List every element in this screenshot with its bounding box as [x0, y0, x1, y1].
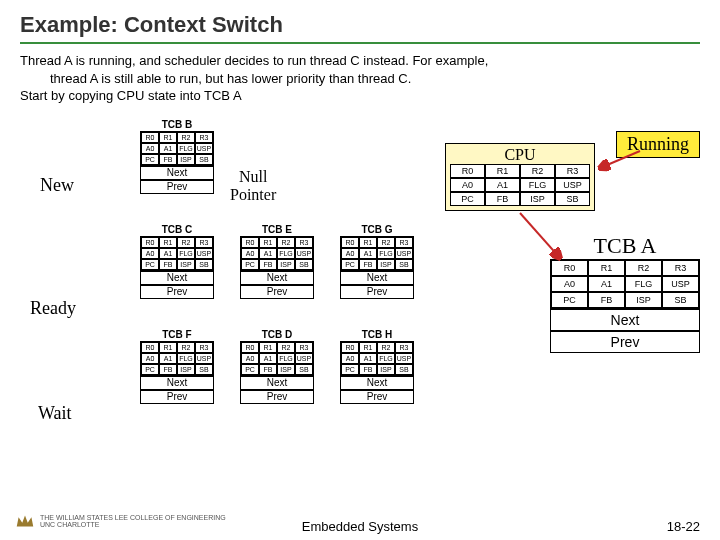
reg-grid: R0R1R2R3 A0A1FLGUSP PCFBISPSB — [140, 236, 214, 271]
page-title: Example: Context Switch — [0, 0, 720, 42]
tcb-h: TCB H R0R1R2R3 A0A1FLGUSP PCFBISPSB Next… — [340, 328, 414, 404]
diagram-canvas: New Ready Wait TCB B R0R1R2R3 A0A1FLGUSP… — [0, 113, 720, 483]
logo-line: UNC CHARLOTTE — [40, 521, 226, 528]
prev-ptr: Prev — [140, 285, 214, 299]
tcb-title: TCB E — [240, 223, 314, 236]
tcba-next: Next — [550, 309, 700, 331]
prev-ptr: Prev — [240, 285, 314, 299]
reg-grid: R0R1R2R3 A0A1FLGUSP PCFBISPSB — [240, 236, 314, 271]
desc-line: Start by copying CPU state into TCB A — [20, 87, 700, 105]
reg-grid: R0R1R2R3 A0A1FLGUSP PCFBISPSB — [140, 131, 214, 166]
tcb-title: TCB F — [140, 328, 214, 341]
next-ptr: Next — [340, 271, 414, 285]
tcba-registers: R0R1R2R3 A0A1FLGUSP PCFBISPSB — [550, 259, 700, 309]
tcb-f: TCB F R0R1R2R3 A0A1FLGUSP PCFBISPSB Next… — [140, 328, 214, 404]
tcb-b: TCB B R0R1R2R3 A0A1FLGUSP PCFBISPSB Next… — [140, 118, 214, 194]
title-underline — [20, 42, 700, 44]
reg-grid: R0R1R2R3 A0A1FLGUSP PCFBISPSB — [140, 341, 214, 376]
description: Thread A is running, and scheduler decid… — [0, 52, 720, 113]
next-ptr: Next — [340, 376, 414, 390]
state-ready-label: Ready — [30, 298, 76, 319]
tcba-prev: Prev — [550, 331, 700, 353]
next-ptr: Next — [140, 271, 214, 285]
tcb-a: TCB A R0R1R2R3 A0A1FLGUSP PCFBISPSB Next… — [550, 233, 700, 353]
prev-ptr: Prev — [340, 390, 414, 404]
tcb-title: TCB H — [340, 328, 414, 341]
cpu-title: CPU — [450, 146, 590, 164]
prev-ptr: Prev — [140, 390, 214, 404]
tcb-e: TCB E R0R1R2R3 A0A1FLGUSP PCFBISPSB Next… — [240, 223, 314, 299]
tcba-title: TCB A — [550, 233, 700, 259]
prev-ptr: Prev — [240, 390, 314, 404]
tcb-title: TCB D — [240, 328, 314, 341]
tcb-title: TCB C — [140, 223, 214, 236]
null-pointer-label: Null Pointer — [230, 168, 276, 204]
prev-ptr: Prev — [340, 285, 414, 299]
footer-logo: THE WILLIAM STATES LEE COLLEGE OF ENGINE… — [14, 510, 226, 532]
tcb-title: TCB G — [340, 223, 414, 236]
tcb-c: TCB C R0R1R2R3 A0A1FLGUSP PCFBISPSB Next… — [140, 223, 214, 299]
running-label: Running — [616, 131, 700, 158]
crown-icon — [14, 510, 36, 532]
state-new-label: New — [40, 175, 74, 196]
logo-line: THE WILLIAM STATES LEE COLLEGE OF ENGINE… — [40, 514, 226, 521]
next-ptr: Next — [140, 166, 214, 180]
footer: THE WILLIAM STATES LEE COLLEGE OF ENGINE… — [0, 519, 720, 534]
cpu-block: CPU R0R1R2R3 A0A1FLGUSP PCFBISPSB — [445, 143, 595, 211]
next-ptr: Next — [240, 271, 314, 285]
reg-grid: R0R1R2R3 A0A1FLGUSP PCFBISPSB — [240, 341, 314, 376]
next-ptr: Next — [140, 376, 214, 390]
tcb-g: TCB G R0R1R2R3 A0A1FLGUSP PCFBISPSB Next… — [340, 223, 414, 299]
desc-line: thread A is still able to run, but has l… — [20, 70, 700, 88]
next-ptr: Next — [240, 376, 314, 390]
page-number: 18-22 — [667, 519, 700, 534]
state-wait-label: Wait — [38, 403, 72, 424]
tcb-d: TCB D R0R1R2R3 A0A1FLGUSP PCFBISPSB Next… — [240, 328, 314, 404]
reg-grid: R0R1R2R3 A0A1FLGUSP PCFBISPSB — [340, 341, 414, 376]
tcb-title: TCB B — [140, 118, 214, 131]
reg-grid: R0R1R2R3 A0A1FLGUSP PCFBISPSB — [340, 236, 414, 271]
cpu-registers: R0R1R2R3 A0A1FLGUSP PCFBISPSB — [450, 164, 590, 206]
desc-line: Thread A is running, and scheduler decid… — [20, 52, 700, 70]
prev-ptr: Prev — [140, 180, 214, 194]
